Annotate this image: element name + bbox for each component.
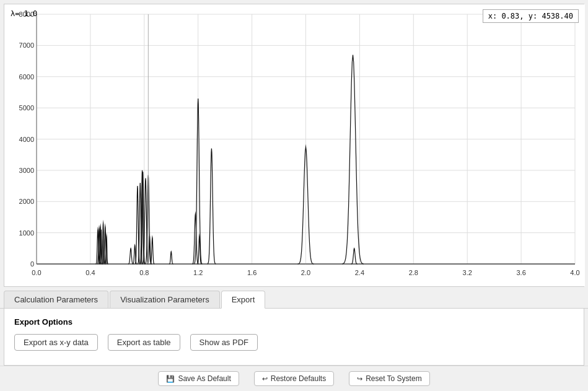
save-default-label: Save As Default — [178, 374, 230, 383]
tabs-container: Calculation Parameters Visualization Par… — [0, 287, 588, 309]
content-area: Export Options Export as x-y data Export… — [4, 309, 584, 366]
restore-icon: ↩ — [262, 375, 268, 383]
show-pdf-button[interactable]: Show as PDF — [190, 334, 258, 351]
chart-tooltip: x: 0.83, y: 4538.40 — [483, 9, 579, 23]
tab-export[interactable]: Export — [221, 291, 266, 309]
chart-canvas — [4, 4, 585, 286]
export-xy-button[interactable]: Export as x-y data — [14, 334, 98, 351]
reset-system-label: Reset To System — [366, 374, 421, 383]
save-icon: 💾 — [166, 375, 175, 383]
restore-defaults-button[interactable]: ↩ Restore Defaults — [254, 371, 334, 386]
lambda-label: λ= 1.0 — [11, 9, 37, 18]
tab-visualization[interactable]: Visualization Parameters — [110, 291, 220, 308]
restore-defaults-label: Restore Defaults — [271, 374, 326, 383]
chart-container: λ= 1.0 x: 0.83, y: 4538.40 — [4, 4, 584, 287]
reset-system-button[interactable]: ↪ Reset To System — [349, 371, 429, 386]
reset-icon: ↪ — [357, 375, 362, 383]
tab-calculation[interactable]: Calculation Parameters — [4, 291, 108, 308]
bottom-bar: 💾 Save As Default ↩ Restore Defaults ↪ R… — [0, 366, 588, 391]
export-buttons-row: Export as x-y data Export as table Show … — [14, 334, 574, 351]
export-table-button[interactable]: Export as table — [108, 334, 180, 351]
export-options-title: Export Options — [14, 317, 574, 327]
save-default-button[interactable]: 💾 Save As Default — [158, 371, 239, 386]
